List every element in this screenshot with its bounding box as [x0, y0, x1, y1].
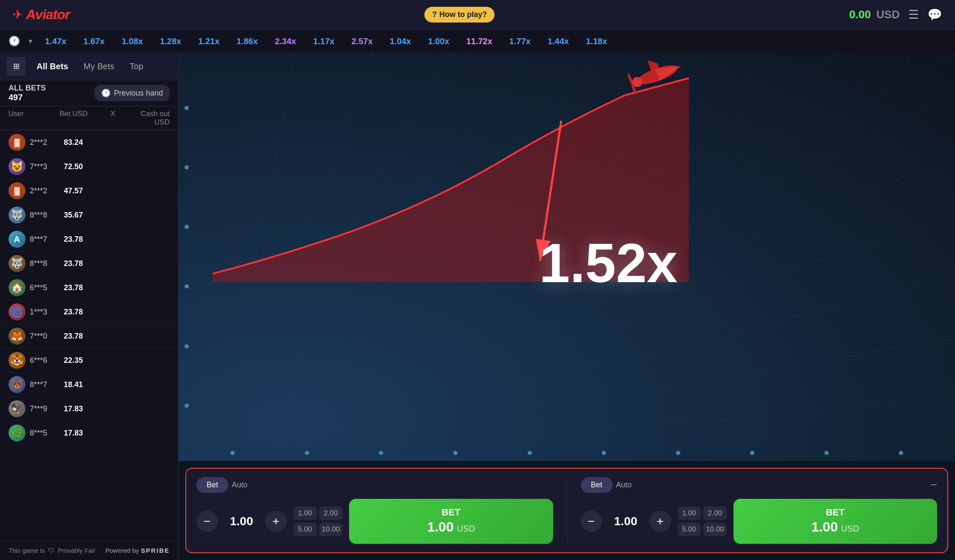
bet-section-2: Bet Auto − − 1.00 + 1.00 2.00 5.00 10.00 [581, 477, 938, 544]
quick-amount-2-2[interactable]: 2.00 [703, 506, 727, 520]
bet-tab-1-auto[interactable]: Auto [232, 481, 247, 489]
dot [185, 404, 189, 408]
table-row: ▓ 2***2 83.24 [0, 130, 178, 155]
table-row: 🐺 8***8 23.78 [0, 252, 178, 276]
dot [602, 451, 606, 455]
avatar: 🐺 [9, 255, 26, 272]
dot [185, 284, 189, 288]
previous-hand-label: Previous hand [114, 89, 163, 98]
avatar: 🦅 [9, 400, 26, 417]
dot [899, 451, 903, 455]
bet-button-1[interactable]: BET 1.00 USD [349, 499, 553, 544]
bet-tab-1-bet[interactable]: Bet [196, 477, 228, 493]
bet-value-1: 1.00 [225, 515, 259, 528]
bets-subheader: ALL BETS 497 🕐 Previous hand [0, 80, 178, 106]
game-multiplier-display: 1.52x [539, 231, 677, 295]
dot [528, 451, 532, 455]
multiplier-item: 2.57x [347, 35, 377, 48]
powered-label: Powered by [105, 547, 139, 554]
left-panel: ⊞ All Bets My Bets Top ALL BETS 497 🕐 Pr… [0, 53, 179, 560]
dropdown-button[interactable]: ▾ [28, 37, 32, 46]
balance-currency: USD [876, 8, 900, 21]
tab-top[interactable]: Top [125, 59, 148, 74]
avatar: ▓ [9, 182, 26, 199]
quick-amount-1-2[interactable]: 2.00 [319, 506, 343, 520]
multiplier-item: 1.18x [582, 35, 611, 48]
username: 7***9 [30, 404, 64, 413]
avatar: ▓ [9, 134, 26, 151]
tab-all-bets[interactable]: All Bets [32, 59, 72, 74]
username: 7***0 [30, 332, 64, 341]
quick-amount-1-4[interactable]: 10.00 [319, 523, 343, 536]
bet-amount: 23.78 [64, 259, 106, 268]
bet-tab-2-auto[interactable]: Auto [616, 481, 632, 489]
previous-hand-button[interactable]: 🕐 Previous hand [94, 85, 170, 101]
multiplier-item: 1.47x [41, 35, 71, 48]
multiplier-item: 1.00x [424, 35, 454, 48]
table-row: 🐻 8***7 18.41 [0, 373, 178, 397]
avatar: 🐻 [9, 376, 26, 393]
table-row: 🦅 7***9 17.83 [0, 397, 178, 421]
col-header-cashout: Cash out USD [132, 110, 170, 127]
bet-amount: 23.78 [64, 283, 106, 292]
multiplier-item: 1.77x [505, 35, 535, 48]
multiplier-item: 1.21x [194, 35, 224, 48]
dot [676, 451, 680, 455]
menu-button[interactable]: ☰ [908, 8, 919, 22]
quick-amount-1-1[interactable]: 1.00 [293, 506, 317, 520]
quick-amount-2-1[interactable]: 1.00 [678, 506, 701, 520]
bet-increase-2[interactable]: + [650, 511, 671, 532]
bet-increase-1[interactable]: + [265, 511, 287, 532]
chat-button[interactable]: 💬 [927, 8, 942, 22]
how-to-play-button[interactable]: ? How to play? [424, 7, 495, 23]
table-row: A 8***7 23.78 [0, 227, 178, 252]
tab-icon-button[interactable]: ⊞ [7, 57, 26, 76]
bets-count: 497 [9, 93, 46, 102]
powered-by-text: Powered by SPRIBE [105, 547, 170, 554]
quick-amount-2-4[interactable]: 10.00 [703, 523, 727, 536]
table-row: 🌀 1***3 23.78 [0, 300, 178, 324]
bet-section-1: Bet Auto − 1.00 + 1.00 2.00 5.00 10.00 B… [196, 477, 553, 544]
bet-button-2-amount: 1.00 USD [746, 518, 924, 536]
bet-panel: Bet Auto − 1.00 + 1.00 2.00 5.00 10.00 B… [185, 468, 948, 553]
dot [185, 165, 189, 170]
header-right: 0.00 USD ☰ 💬 [849, 8, 942, 22]
username: 8***8 [30, 259, 64, 268]
table-row: 🐺 8***8 35.67 [0, 203, 178, 227]
quick-amount-2-3[interactable]: 5.00 [678, 523, 701, 536]
multiplier-item: 1.08x [117, 35, 147, 48]
avatar: A [9, 231, 26, 248]
game-canvas: 1.52x [179, 53, 955, 461]
bet-button-1-label: BET [362, 506, 540, 519]
avatar: 🐯 [9, 352, 26, 369]
bet-button-2[interactable]: BET 1.00 USD [733, 499, 937, 544]
username: 8***7 [30, 380, 64, 389]
table-row: 🐯 6***6 22.35 [0, 348, 178, 373]
table-row: 🌿 8***5 17.83 [0, 421, 178, 445]
bet-amount: 23.78 [64, 332, 106, 341]
bet-decrease-1[interactable]: − [196, 511, 218, 532]
bet-amount: 23.78 [64, 308, 106, 317]
collapse-section-2-button[interactable]: − [930, 478, 937, 492]
username: 1***3 [30, 308, 64, 317]
multiplier-item: 1.86x [232, 35, 262, 48]
multiplier-item: 1.67x [79, 35, 109, 48]
history-button[interactable]: 🕐 [9, 36, 20, 47]
username: 2***2 [30, 138, 64, 147]
dot [305, 451, 309, 455]
username: 8***8 [30, 211, 64, 220]
multiplier-bar: 🕐 ▾ 1.47x 1.67x 1.08x 1.28x 1.21x 1.86x … [0, 30, 955, 53]
username: 2***2 [30, 187, 64, 195]
bet-tab-2-bet[interactable]: Bet [581, 477, 613, 493]
avatar: 🦊 [9, 328, 26, 345]
tab-my-bets[interactable]: My Bets [79, 59, 118, 74]
bet-decrease-2[interactable]: − [581, 511, 602, 532]
avatar: 🐺 [9, 206, 26, 223]
dots-bottom [179, 451, 955, 455]
logo: ✈ Aviator [13, 7, 70, 23]
right-panel: 1.52x [179, 53, 955, 560]
username: 8***5 [30, 429, 64, 438]
quick-amounts-2: 1.00 2.00 5.00 10.00 [678, 506, 727, 536]
quick-amount-1-3[interactable]: 5.00 [293, 523, 317, 536]
main-content: ⊞ All Bets My Bets Top ALL BETS 497 🕐 Pr… [0, 53, 955, 560]
